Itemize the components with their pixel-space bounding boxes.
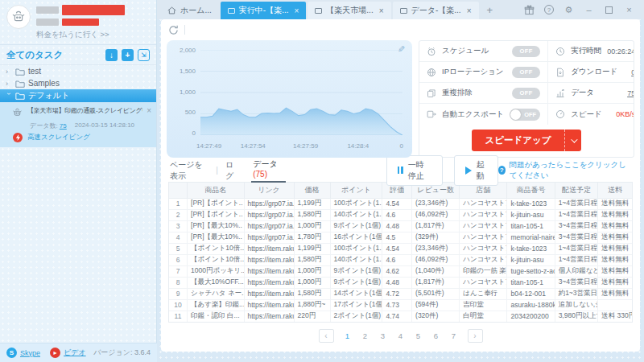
- table-cell: 追加しない,シー...: [555, 299, 598, 311]
- task-data-count-value[interactable]: 75: [60, 122, 67, 130]
- gift-icon[interactable]: [524, 5, 535, 15]
- new-tab-button[interactable]: +: [481, 4, 500, 16]
- table-cell: 送料無料: [598, 220, 632, 232]
- data-value[interactable]: 75: [627, 89, 634, 97]
- stat-ip-rotation: IPローテーション OFF: [419, 62, 547, 83]
- avatar[interactable]: [6, 5, 31, 29]
- minimize-icon[interactable]: –: [584, 5, 594, 15]
- speed-up-button[interactable]: スピードアップ: [472, 130, 580, 151]
- chart-plot-area[interactable]: [200, 50, 402, 135]
- sidebar-folder-default[interactable]: › デフォルト: [0, 89, 156, 102]
- page-button[interactable]: 3: [374, 329, 392, 343]
- download-value[interactable]: 0: [631, 68, 634, 76]
- column-header[interactable]: 送料: [598, 183, 632, 198]
- column-header[interactable]: ポイント: [330, 183, 382, 198]
- close-tab-icon[interactable]: ×: [294, 6, 299, 15]
- close-window-icon[interactable]: ×: [624, 5, 634, 15]
- table-row[interactable]: 71000円ポッキリ..https://item.raku...1,000円9ポ…: [169, 265, 632, 277]
- table-cell: 送料無料: [598, 232, 632, 243]
- sidebar-folder-samples[interactable]: › Samples: [0, 77, 156, 89]
- table-cell: 4.6: [382, 254, 412, 265]
- close-task-icon[interactable]: ×: [147, 106, 151, 115]
- folder-icon: [15, 80, 25, 88]
- table-cell: (23,346件): [412, 243, 460, 254]
- table-row[interactable]: 6【ポイント10倍..https://item.raku...1,580円140…: [169, 254, 632, 265]
- table-row[interactable]: 5【ポイント10倍..https://item.raku...1,199円100…: [169, 243, 632, 254]
- tab-running-task[interactable]: 実行中-【楽... ×: [221, 2, 307, 19]
- page-button[interactable]: 6: [427, 329, 445, 343]
- chevron-down-icon[interactable]: [564, 130, 581, 151]
- next-page-button[interactable]: ›: [468, 329, 483, 343]
- pay-link[interactable]: 料金を払うに行く >>: [36, 30, 150, 40]
- column-header[interactable]: レビュー数: [412, 183, 460, 198]
- table-cell: 9ポイント(1個): [330, 277, 382, 288]
- trouble-help-link[interactable]: ? 問題があったらここをクリックしてください: [498, 160, 633, 181]
- close-tab-icon[interactable]: ×: [467, 6, 472, 15]
- table-row[interactable]: 9シャチハタ ネー...https://item.raku...1,580円14…: [169, 288, 632, 299]
- table-row[interactable]: 8【最大10%OFF...https://item.raku...1,000円9…: [169, 277, 632, 288]
- column-header[interactable]: 価格: [294, 183, 330, 198]
- page-button[interactable]: 1: [339, 329, 357, 343]
- table-cell: 16ポイント(1個): [330, 232, 382, 243]
- tab-show-page[interactable]: ページを表示: [168, 159, 210, 182]
- table-row[interactable]: 10【あす楽】印鑑...https://item.raku...1,880円~1…: [169, 299, 632, 311]
- table-cell: [598, 299, 632, 311]
- pause-button[interactable]: 一時停止: [386, 155, 443, 186]
- page-button[interactable]: 2: [357, 329, 374, 343]
- speed-chart: 2,0001,500 1,000500 0: [167, 40, 412, 158]
- folder-label: test: [28, 67, 41, 76]
- page-button[interactable]: 7: [445, 329, 463, 343]
- page-button[interactable]: 4: [392, 329, 410, 343]
- column-header[interactable]: 配送予定: [555, 183, 598, 198]
- maximize-icon[interactable]: [604, 5, 614, 15]
- table-row[interactable]: 2[PR]【ポイント..https://grp07.ia...1,580円140…: [169, 209, 632, 220]
- prev-page-button[interactable]: ‹: [319, 329, 334, 343]
- tab-rakuten-task[interactable]: 【楽天市場... ×: [308, 2, 390, 19]
- table-cell: (1,817件): [412, 220, 460, 232]
- table-cell: 送料無料: [598, 288, 632, 299]
- page-button[interactable]: 5: [410, 329, 427, 343]
- batch-task-icon[interactable]: ⇲: [138, 49, 150, 61]
- new-task-icon[interactable]: +: [122, 49, 134, 61]
- table-cell: 3,980円以上で...: [555, 311, 598, 322]
- help-icon[interactable]: ?: [544, 5, 554, 14]
- table-cell: titan-105-1: [507, 277, 555, 288]
- ip-rotation-off-badge[interactable]: OFF: [512, 67, 540, 78]
- column-header[interactable]: リンク: [244, 183, 294, 198]
- settings-icon[interactable]: ⚙: [564, 5, 574, 15]
- dedupe-off-badge[interactable]: OFF: [512, 88, 540, 99]
- tab-data[interactable]: データ(75): [251, 158, 285, 183]
- column-header[interactable]: 商品番号: [507, 183, 555, 198]
- table-cell: ハンコヤストア: [460, 209, 507, 220]
- table-cell: 4.5: [382, 232, 412, 243]
- chevron-right-icon: ›: [6, 68, 12, 76]
- tab-log[interactable]: ログ: [224, 159, 240, 182]
- sidebar-folder-test[interactable]: › test: [0, 65, 156, 77]
- column-header[interactable]: 商品名: [188, 183, 244, 198]
- table-row[interactable]: 4[PR]【最大10%..https://grp07.ia...1,780円16…: [169, 232, 632, 243]
- auto-export-toggle[interactable]: OFF: [510, 109, 540, 121]
- import-task-icon[interactable]: ↓: [105, 49, 118, 61]
- window-icon: [228, 8, 235, 14]
- fast-scrape-label: 高速スクレイピング: [27, 133, 90, 142]
- pencil-icon[interactable]: ✎: [398, 44, 405, 55]
- table-row[interactable]: 3[PR]【最大10%..https://grp07.ia...1,000円9ポ…: [169, 220, 632, 232]
- table-cell: (5,501件): [412, 288, 460, 299]
- close-tab-icon[interactable]: ×: [379, 6, 384, 15]
- schedule-off-badge[interactable]: OFF: [512, 46, 540, 57]
- table-cell: b04-12-001: [507, 288, 555, 299]
- export-icon: [427, 109, 436, 119]
- table-row[interactable]: 11印鑑・認印 白...https://item.raku...220円2ポイン…: [169, 311, 632, 322]
- refresh-icon[interactable]: [168, 25, 179, 35]
- table-row[interactable]: 1[PR]【ポイント..https://grp07.ia...1,199円100…: [169, 198, 632, 209]
- tab-home[interactable]: ホーム...: [160, 2, 219, 19]
- table-cell: k-take-1023: [507, 243, 555, 254]
- tab-data[interactable]: データ-【楽... ×: [393, 2, 479, 19]
- tab-bar: ホーム... 実行中-【楽... × 【楽天市場... × データ-【楽... …: [157, 0, 644, 19]
- pagination: ‹ 1234567 ›: [161, 329, 640, 343]
- start-button[interactable]: 起動: [454, 155, 498, 186]
- video-link[interactable]: ビデオ: [64, 348, 86, 358]
- task-item[interactable]: 【楽天市場】印鑑の通販-スクレイピング中 × データ数: 75 2024-03-…: [0, 102, 156, 147]
- fast-scrape-icon: [13, 133, 23, 142]
- skype-link[interactable]: Skype: [20, 349, 40, 357]
